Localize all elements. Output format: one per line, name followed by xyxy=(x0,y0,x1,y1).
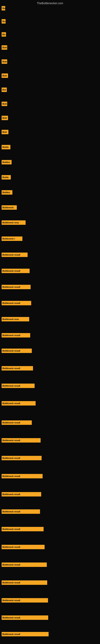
bottleneck-bar-13: Bottle xyxy=(1,175,11,180)
bottleneck-bar-2: Bo xyxy=(1,19,6,24)
bottleneck-bar-12: Bottlen xyxy=(1,160,12,164)
bar-item: Bottleneck result xyxy=(1,527,44,531)
bar-item: Bott xyxy=(1,45,7,50)
bar-item: Bottleneck result xyxy=(1,252,28,257)
bar-item: Bottleneck result xyxy=(1,366,33,370)
bar-item: Bottleneck result xyxy=(1,509,40,514)
bottleneck-bar-18: Bottleneck result xyxy=(1,252,28,257)
bar-item: Bottleneck result xyxy=(1,301,31,305)
bar-item: Bottlen xyxy=(1,160,12,164)
bar-item: Bottleneck result xyxy=(1,616,48,620)
bar-item: Bottleneck result xyxy=(1,474,43,478)
bottleneck-bar-22: Bottleneck resu xyxy=(1,317,29,322)
bottleneck-bar-6: Bott xyxy=(1,74,8,78)
bar-item: Bottle xyxy=(1,175,11,180)
bottleneck-bar-7: Bot xyxy=(1,88,7,92)
bar-item: Bottleneck result xyxy=(1,562,47,567)
bar-item: Bot xyxy=(1,88,7,92)
bottleneck-bar-5: Bott xyxy=(1,59,7,64)
bottleneck-bar-36: Bottleneck result xyxy=(1,562,47,567)
bottleneck-bar-16: Bottleneck resu xyxy=(1,220,26,225)
bottleneck-bar-14: Bottlen xyxy=(1,190,12,194)
bar-item: Bo xyxy=(1,19,6,24)
bottleneck-bar-11: Bottle xyxy=(1,145,10,149)
bottleneck-bar-9: Bott xyxy=(1,116,8,120)
bottleneck-bar-21: Bottleneck result xyxy=(1,301,31,305)
bottleneck-bar-30: Bottleneck result xyxy=(1,456,42,460)
bar-item: Bottleneck result xyxy=(1,438,41,442)
bar-item: Bottleneck resu xyxy=(1,220,26,225)
bar-item: Bottleneck result xyxy=(1,632,49,636)
bar-item: Bott xyxy=(1,130,8,134)
bar-item: Bottleneck xyxy=(1,205,17,210)
bottleneck-bar-35: Bottleneck result xyxy=(1,545,45,549)
bar-item: Bottleneck result xyxy=(1,285,31,289)
bottleneck-bar-19: Bottleneck result xyxy=(1,269,30,273)
bar-item: Bottleneck result xyxy=(1,492,41,496)
bar-item: Bottleneck result xyxy=(1,269,30,273)
bottleneck-bar-29: Bottleneck result xyxy=(1,438,41,442)
bottleneck-bar-23: Bottleneck result xyxy=(1,333,30,338)
bottleneck-bar-25: Bottleneck result xyxy=(1,366,33,370)
bar-item: Bottleneck resu xyxy=(1,317,29,322)
bottleneck-bar-28: Bottleneck result xyxy=(1,420,32,425)
bar-item: Bottleneck result xyxy=(1,348,32,353)
bar-item: Bott xyxy=(1,102,7,106)
bar-item: Bott xyxy=(1,59,7,64)
bottleneck-bar-1: Bo xyxy=(1,6,5,10)
bottleneck-bar-17: Bottleneck r xyxy=(1,236,22,241)
bar-item: Bott xyxy=(1,116,8,120)
bottleneck-bar-4: Bott xyxy=(1,45,7,50)
bottleneck-bar-26: Bottleneck result xyxy=(1,384,35,388)
bar-item: Bottleneck result xyxy=(1,580,47,585)
bar-item: Bottleneck result xyxy=(1,456,42,460)
bar-item: Bottleneck result xyxy=(1,420,32,425)
site-title: TheBottlenecker.com xyxy=(37,2,63,5)
bottleneck-bar-3: Bo xyxy=(1,32,6,37)
bar-item: Bottlen xyxy=(1,190,12,194)
bottleneck-bar-37: Bottleneck result xyxy=(1,580,47,585)
bottleneck-bar-39: Bottleneck result xyxy=(1,616,48,620)
bottleneck-bar-24: Bottleneck result xyxy=(1,348,32,353)
bar-item: Bottle xyxy=(1,145,10,149)
bar-item: Bottleneck result xyxy=(1,598,48,602)
bar-item: Bottleneck result xyxy=(1,333,30,338)
bottleneck-bar-31: Bottleneck result xyxy=(1,474,43,478)
bar-item: Bottleneck r xyxy=(1,236,22,241)
bar-item: Bottleneck result xyxy=(1,384,35,388)
bottleneck-bar-27: Bottleneck result xyxy=(1,401,36,406)
bottleneck-bar-33: Bottleneck result xyxy=(1,509,40,514)
bar-item: Bott xyxy=(1,74,8,78)
bar-item: Bottleneck result xyxy=(1,401,36,406)
bar-item: Bo xyxy=(1,32,6,37)
bar-item: Bo xyxy=(1,6,5,10)
bottleneck-bar-15: Bottleneck xyxy=(1,205,17,210)
bottleneck-bar-32: Bottleneck result xyxy=(1,492,41,496)
bottleneck-bar-8: Bott xyxy=(1,102,7,106)
bottleneck-bar-34: Bottleneck result xyxy=(1,527,44,531)
bottleneck-bar-40: Bottleneck result xyxy=(1,632,49,636)
bottleneck-bar-10: Bott xyxy=(1,130,8,134)
bottleneck-bar-20: Bottleneck result xyxy=(1,285,31,289)
bar-item: Bottleneck result xyxy=(1,545,45,549)
bottleneck-bar-38: Bottleneck result xyxy=(1,598,48,602)
